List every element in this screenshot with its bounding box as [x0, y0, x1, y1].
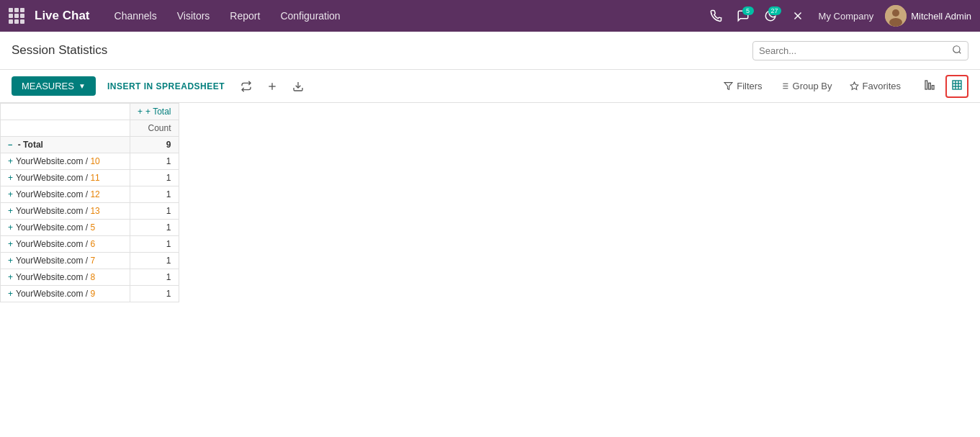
user-avatar	[885, 5, 907, 27]
favorites-button[interactable]: Favorites	[842, 78, 908, 94]
filters-label: Filters	[737, 81, 762, 91]
table-row: +YourWebsite.com / 81	[1, 269, 179, 286]
row-expand-icon[interactable]: +	[8, 206, 13, 216]
nav-visitors[interactable]: Visitors	[167, 0, 220, 32]
moon-icon-button[interactable]: 27	[758, 5, 783, 27]
pivot-view-button[interactable]	[945, 75, 968, 98]
svg-point-5	[953, 45, 960, 52]
row-count: 1	[130, 153, 179, 170]
svg-rect-20	[932, 85, 934, 89]
total-collapse-icon[interactable]: −	[8, 140, 12, 149]
count-header: Count	[130, 120, 179, 137]
user-name: Mitchell Admin	[911, 11, 971, 22]
svg-line-6	[959, 51, 961, 53]
search-container	[752, 41, 968, 60]
row-count: 1	[130, 203, 179, 220]
svg-rect-21	[953, 81, 961, 89]
col-header-total: + + Total	[130, 104, 179, 120]
svg-marker-17	[850, 82, 858, 89]
add-icon-button[interactable]	[262, 78, 282, 95]
nav-channels[interactable]: Channels	[104, 0, 167, 32]
table-row: +YourWebsite.com / 121	[1, 186, 179, 203]
measures-label: MEASURES	[22, 81, 74, 91]
svg-point-4	[889, 18, 902, 27]
insert-spreadsheet-button[interactable]: INSERT IN SPREADSHEET	[102, 78, 230, 94]
top-right-controls: 5 27 My Company Mitchell Admin	[703, 5, 974, 27]
download-icon-button[interactable]	[288, 78, 308, 95]
table-row: +YourWebsite.com / 111	[1, 170, 179, 186]
moon-badge: 27	[768, 6, 781, 15]
top-menu: Channels Visitors Report Configuration	[104, 0, 701, 32]
insert-spreadsheet-label: INSERT IN SPREADSHEET	[107, 81, 225, 91]
content-area: + + Total Count − - Total 9 +YourWebsite…	[0, 103, 980, 437]
total-count: 9	[130, 137, 179, 153]
filter-group: Filters Group By Favorites	[716, 78, 908, 94]
pivot-table: + + Total Count − - Total 9 +YourWebsite…	[0, 103, 179, 302]
bar-chart-view-button[interactable]	[920, 76, 940, 96]
measures-caret-icon: ▼	[78, 82, 86, 90]
row-expand-icon[interactable]: +	[8, 222, 13, 233]
table-row: +YourWebsite.com / 91	[1, 286, 179, 302]
row-count: 1	[130, 253, 179, 269]
row-expand-icon[interactable]: +	[8, 272, 13, 282]
phone-icon-button[interactable]	[703, 5, 728, 27]
favorites-label: Favorites	[863, 81, 901, 91]
table-row: +YourWebsite.com / 51	[1, 220, 179, 236]
row-count: 1	[130, 236, 179, 253]
table-row: +YourWebsite.com / 131	[1, 203, 179, 220]
page-title: Session Statistics	[12, 37, 752, 63]
row-count: 1	[130, 170, 179, 186]
app-title: Live Chat	[35, 9, 90, 23]
svg-rect-18	[925, 81, 927, 89]
close-icon-button[interactable]	[786, 5, 810, 27]
row-count: 1	[130, 186, 179, 203]
nav-configuration[interactable]: Configuration	[270, 0, 350, 32]
row-count: 1	[130, 286, 179, 302]
col-expand-icon[interactable]: +	[138, 107, 143, 117]
group-by-label: Group By	[793, 81, 832, 91]
messages-badge: 5	[742, 6, 754, 15]
svg-marker-10	[724, 83, 732, 90]
row-expand-icon[interactable]: +	[8, 173, 13, 183]
filters-button[interactable]: Filters	[716, 78, 769, 94]
row-expand-icon[interactable]: +	[8, 189, 13, 199]
total-label: − - Total	[1, 137, 130, 153]
table-row: +YourWebsite.com / 61	[1, 236, 179, 253]
title-search-row: Session Statistics	[0, 32, 980, 70]
pivot-flip-icon-button[interactable]	[236, 78, 256, 95]
svg-point-3	[892, 9, 899, 17]
row-count: 1	[130, 269, 179, 286]
row-expand-icon[interactable]: +	[8, 156, 13, 166]
row-expand-icon[interactable]: +	[8, 256, 13, 266]
messages-icon-button[interactable]: 5	[731, 5, 755, 27]
user-menu[interactable]: Mitchell Admin	[882, 5, 974, 27]
row-expand-icon[interactable]: +	[8, 239, 13, 249]
top-navigation: Live Chat Channels Visitors Report Confi…	[0, 0, 980, 32]
group-by-button[interactable]: Group By	[773, 78, 840, 94]
table-row: +YourWebsite.com / 101	[1, 153, 179, 170]
row-count: 1	[130, 220, 179, 236]
total-row: − - Total 9	[1, 137, 179, 153]
search-input[interactable]	[759, 45, 952, 56]
search-icon-button[interactable]	[952, 45, 962, 57]
svg-rect-19	[929, 83, 931, 89]
measures-button[interactable]: MEASURES ▼	[12, 76, 96, 96]
apps-grid-icon[interactable]	[6, 5, 27, 27]
action-bar: MEASURES ▼ INSERT IN SPREADSHEET Filters	[0, 70, 980, 103]
row-expand-icon[interactable]: +	[8, 289, 13, 299]
company-name[interactable]: My Company	[813, 11, 880, 22]
nav-report[interactable]: Report	[220, 0, 270, 32]
table-row: +YourWebsite.com / 71	[1, 253, 179, 269]
